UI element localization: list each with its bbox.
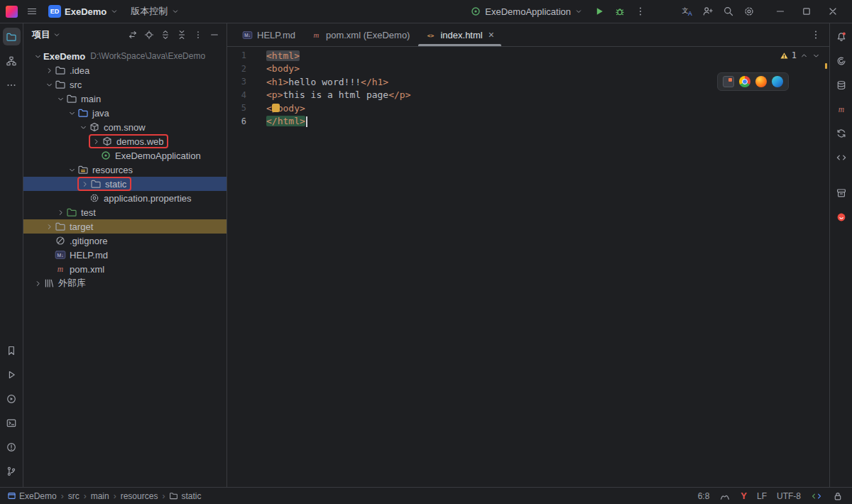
line-number[interactable]: 1 <box>227 50 246 60</box>
tree-item-external-libraries[interactable]: 外部库 <box>23 276 226 290</box>
run-configuration-selector[interactable]: ExeDemoApplication <box>465 4 588 19</box>
tab-pom-xml-exedemo[interactable]: mpom.xml (ExeDemo) <box>303 23 417 46</box>
camel-icon[interactable] <box>719 491 731 502</box>
red-plugin-icon[interactable] <box>832 208 850 226</box>
tree-item-test[interactable]: test <box>23 205 226 219</box>
version-control-icon[interactable] <box>3 462 21 480</box>
debug-button[interactable] <box>611 2 629 21</box>
structure-icon[interactable] <box>3 52 21 70</box>
minimize-button[interactable] <box>768 2 792 21</box>
tree-item-help-md[interactable]: M↓HELP.md <box>23 248 226 262</box>
endpoints-icon[interactable] <box>832 148 850 166</box>
line-separator[interactable]: LF <box>757 491 767 501</box>
line-number[interactable]: 5 <box>227 103 246 113</box>
chevron-down-icon[interactable] <box>43 79 55 90</box>
collapse-all-icon[interactable] <box>174 27 190 43</box>
database-icon[interactable] <box>832 76 850 94</box>
tree-item-exedemoapplication[interactable]: ExeDemoApplication <box>23 148 226 163</box>
tree-item-static[interactable]: static <box>23 177 226 191</box>
code-style-icon[interactable] <box>811 491 822 502</box>
breadcrumb-item-src[interactable]: src <box>68 491 80 501</box>
tree-item-idea[interactable]: .idea <box>23 63 226 77</box>
tree-item-gitignore[interactable]: .gitignore <box>23 234 226 248</box>
dependency-analyzer-icon[interactable] <box>832 124 850 142</box>
chevron-right-icon[interactable] <box>43 221 55 232</box>
close-button[interactable] <box>821 2 845 21</box>
tree-item-demos-web[interactable]: demos.web <box>23 134 226 148</box>
chevron-down-icon[interactable] <box>77 121 89 133</box>
chevron-right-icon[interactable] <box>32 278 43 289</box>
problems-icon[interactable] <box>3 438 21 456</box>
scrollbar-warning-mark[interactable] <box>825 63 827 69</box>
line-number[interactable]: 2 <box>227 64 246 74</box>
more-actions-icon[interactable] <box>631 2 650 21</box>
chrome-icon[interactable] <box>739 76 750 87</box>
spring-icon[interactable] <box>832 52 850 70</box>
run-button[interactable] <box>590 2 608 21</box>
tree-item-exedemo-root[interactable]: ExeDemoD:\WorkSpace\Java\ExeDemo <box>23 49 226 63</box>
chevron-right-icon[interactable] <box>55 207 66 218</box>
cursor-position[interactable]: 6:8 <box>698 491 710 501</box>
maven-icon[interactable]: m <box>832 100 850 118</box>
tree-item-label: com.snow <box>104 122 146 133</box>
tree-item-main[interactable]: main <box>23 92 226 106</box>
breadcrumb-item-main[interactable]: main <box>91 491 109 501</box>
tree-item-application-properties[interactable]: application.properties <box>23 191 226 205</box>
chevron-right-icon[interactable] <box>90 136 102 147</box>
tab-help-md[interactable]: M↓HELP.md <box>234 23 303 46</box>
maximize-button[interactable] <box>794 2 819 21</box>
chevron-right-icon[interactable] <box>43 65 55 76</box>
line-number[interactable]: 6 <box>227 116 246 126</box>
file-encoding[interactable]: UTF-8 <box>777 491 801 501</box>
search-everywhere-icon[interactable] <box>719 2 738 21</box>
firefox-icon[interactable] <box>755 76 767 87</box>
tree-item-src[interactable]: src <box>23 77 226 92</box>
hide-icon[interactable] <box>207 27 222 43</box>
builtin-browser-icon[interactable] <box>723 76 734 87</box>
tab-index-html[interactable]: <>index.html× <box>417 23 501 46</box>
expand-all-icon[interactable] <box>158 27 173 43</box>
chevron-right-icon[interactable] <box>79 178 90 190</box>
inspections-widget[interactable]: 1 <box>780 50 821 60</box>
tree-item-resources[interactable]: resources <box>23 163 226 177</box>
more-vertical-icon[interactable] <box>190 27 206 43</box>
chevron-down-icon[interactable] <box>66 107 77 119</box>
run-icon[interactable] <box>3 366 21 383</box>
chevron-down-icon[interactable] <box>66 164 77 175</box>
breadcrumb-item-exedemo[interactable]: ExeDemo <box>7 491 57 501</box>
locate-icon[interactable] <box>141 27 157 43</box>
tree-item-target[interactable]: target <box>23 219 226 234</box>
bookmarks-icon[interactable] <box>3 341 21 359</box>
more-tools-icon[interactable] <box>3 76 21 94</box>
tree-item-pom-xml[interactable]: mpom.xml <box>23 262 226 276</box>
build-artifacts-icon[interactable] <box>832 184 850 202</box>
scroll-from-source-icon[interactable] <box>125 27 141 43</box>
code-editor[interactable]: 1 1<html>2<body>3<h1>hello word!!!</h1>4… <box>227 47 829 487</box>
line-number[interactable]: 4 <box>227 90 246 100</box>
tree-item-com-snow[interactable]: com.snow <box>23 120 226 134</box>
services-icon[interactable] <box>3 390 21 407</box>
project-icon[interactable] <box>3 28 21 45</box>
terminal-icon[interactable] <box>3 414 21 432</box>
edge-icon[interactable] <box>772 76 783 87</box>
breadcrumb-item-resources[interactable]: resources <box>121 491 158 501</box>
translate-icon[interactable]: 文A <box>678 2 697 21</box>
close-tab-icon[interactable]: × <box>488 30 494 40</box>
code-with-me-icon[interactable] <box>699 2 717 21</box>
line-number[interactable]: 3 <box>227 77 246 87</box>
vcs-widget[interactable]: 版本控制 <box>126 3 185 20</box>
project-selector[interactable]: ED ExeDemo <box>43 3 124 20</box>
notifications-icon[interactable] <box>832 28 850 45</box>
settings-icon[interactable] <box>740 2 758 21</box>
hamburger-menu-icon[interactable] <box>23 2 41 21</box>
chevron-down-icon[interactable] <box>55 93 66 104</box>
tree-item-java[interactable]: java <box>23 106 226 120</box>
editor-options-icon[interactable] <box>807 26 825 44</box>
chevron-down-icon[interactable] <box>32 50 43 62</box>
previous-issue-icon[interactable] <box>799 51 809 60</box>
youtrack-icon[interactable]: Y <box>741 491 747 501</box>
next-issue-icon[interactable] <box>812 51 821 60</box>
project-panel-title[interactable]: 项目 <box>32 28 61 41</box>
breadcrumb-item-static[interactable]: static <box>169 491 201 501</box>
lock-icon[interactable] <box>832 491 843 502</box>
